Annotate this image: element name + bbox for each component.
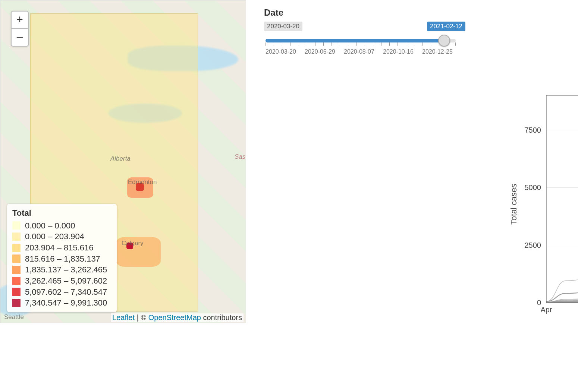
legend-swatch [12, 277, 21, 285]
slider-tick-label: 2020-08-07 [344, 48, 377, 55]
attrib-sep: | © [135, 313, 148, 322]
series-line [546, 250, 578, 303]
legend-swatch [12, 255, 21, 263]
legend-swatch [12, 266, 21, 274]
legend-bin: 7,340.547 – 9,991.300 [25, 297, 107, 309]
map-legend: Total 0.000 – 0.000 0.000 – 203.904 203.… [7, 204, 117, 313]
slider-tick-label: 2020-10-16 [383, 48, 417, 55]
map-label-alberta: Alberta [110, 155, 131, 162]
slider-tick-label: 2020-05-29 [305, 48, 338, 55]
map-label-edmonton: Edmonton [128, 178, 157, 186]
series-line [546, 231, 578, 302]
series-line [546, 203, 578, 302]
osm-link[interactable]: OpenStreetMap [148, 313, 201, 322]
legend-bin: 815.616 – 1,835.137 [25, 253, 100, 265]
slider-tick-label: 2020-03-20 [266, 48, 299, 55]
map-label-calgary: Calgary [122, 240, 144, 247]
legend-title: Total [12, 208, 107, 218]
legend-swatch [12, 299, 21, 307]
legend-swatch [12, 288, 21, 296]
legend-swatch [12, 233, 21, 241]
date-slider-block: Date 2020-03-20 2021-02-12 2020-03-20 20… [264, 7, 465, 55]
series-line [546, 211, 578, 302]
map-panel[interactable]: Alberta Edmonton Calgary Seattle Sas + –… [0, 0, 246, 323]
series-line [546, 275, 578, 303]
y-tick-label: 7500 [525, 126, 541, 134]
series-line [546, 199, 578, 302]
slider-title: Date [264, 7, 465, 18]
map-label-seattle: Seattle [4, 313, 24, 321]
date-slider[interactable] [266, 36, 456, 47]
slider-ticks [266, 42, 456, 46]
zoom-control: + – [11, 11, 29, 47]
slider-tick-label: 2020-12-25 [422, 48, 456, 55]
map-label-sask: Sas [235, 153, 245, 161]
series-line [546, 100, 578, 301]
legend-bin: 5,097.602 – 7,340.547 [25, 287, 107, 298]
y-tick-label: 5000 [525, 183, 541, 192]
timeseries-chart: 0250050007500 AprJulOctJan Total cases D… [505, 92, 578, 324]
svg-rect-8 [546, 95, 578, 303]
x-tick-label: Apr [540, 306, 552, 314]
legend-bin: 3,262.465 – 5,097.602 [25, 275, 107, 287]
y-axis-label: Total cases [509, 184, 518, 225]
legend-bin: 0.000 – 203.904 [25, 231, 84, 242]
y-tick-label: 2500 [525, 241, 541, 249]
attrib-tail: contributors [201, 313, 242, 322]
leaflet-link[interactable]: Leaflet [112, 313, 135, 322]
map-attribution: Leaflet | © OpenStreetMap contributors [111, 313, 244, 322]
legend-swatch [12, 221, 21, 230]
series-line [546, 267, 578, 303]
legend-swatch [12, 244, 21, 252]
zoom-out-button[interactable]: – [12, 29, 28, 46]
legend-bin: 203.904 – 815.616 [25, 242, 94, 253]
zoom-in-button[interactable]: + [12, 12, 28, 29]
slider-track-fill [266, 39, 444, 42]
legend-bin: 1,835.137 – 3,262.465 [25, 264, 107, 275]
slider-tick-labels: 2020-03-20 2020-05-29 2020-08-07 2020-10… [266, 48, 456, 55]
legend-bin: 0.000 – 0.000 [25, 220, 75, 231]
slider-current-badge: 2021-02-12 [427, 22, 465, 31]
slider-start-badge: 2020-03-20 [264, 22, 302, 31]
series-line [546, 224, 578, 302]
